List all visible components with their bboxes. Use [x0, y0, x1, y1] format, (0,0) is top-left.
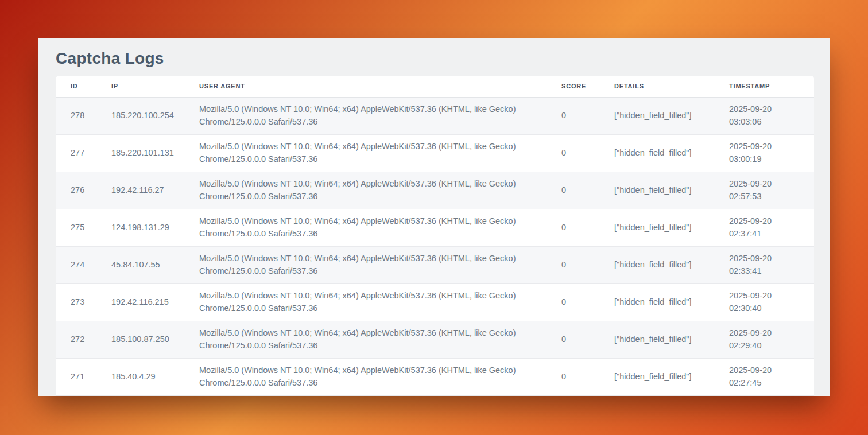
cell-details: ["hidden_field_filled"]	[614, 359, 729, 396]
cell-details: ["hidden_field_filled"]	[614, 98, 729, 135]
cell-timestamp: 2025-09-20 03:00:19	[729, 135, 814, 172]
cell-user-agent: Mozilla/5.0 (Windows NT 10.0; Win64; x64…	[199, 135, 561, 172]
cell-id: 272	[56, 321, 111, 359]
column-header-user-agent: USER AGENT	[199, 76, 561, 98]
table-row: 277 185.220.101.131 Mozilla/5.0 (Windows…	[56, 135, 814, 172]
cell-score: 0	[561, 321, 614, 359]
cell-user-agent: Mozilla/5.0 (Windows NT 10.0; Win64; x64…	[199, 321, 561, 359]
captcha-logs-table: ID IP USER AGENT SCORE DETAILS TIMESTAMP…	[56, 76, 814, 396]
cell-score: 0	[561, 209, 614, 247]
cell-id: 274	[56, 247, 111, 284]
cell-score: 0	[561, 172, 614, 209]
cell-score: 0	[561, 284, 614, 321]
cell-score: 0	[561, 247, 614, 284]
table-row: 278 185.220.100.254 Mozilla/5.0 (Windows…	[56, 98, 814, 135]
cell-ip: 192.42.116.27	[111, 172, 199, 209]
cell-ip: 124.198.131.29	[111, 209, 199, 247]
cell-details: ["hidden_field_filled"]	[614, 209, 729, 247]
table-header-row: ID IP USER AGENT SCORE DETAILS TIMESTAMP	[56, 76, 814, 98]
table-row: 272 185.100.87.250 Mozilla/5.0 (Windows …	[56, 321, 814, 359]
cell-timestamp: 2025-09-20 02:57:53	[729, 172, 814, 209]
cell-details: ["hidden_field_filled"]	[614, 284, 729, 321]
cell-ip: 185.220.100.254	[111, 98, 199, 135]
table-row: 274 45.84.107.55 Mozilla/5.0 (Windows NT…	[56, 247, 814, 284]
captcha-logs-card: Captcha Logs ID IP USER AGENT SCORE DETA…	[38, 38, 830, 396]
cell-timestamp: 2025-09-20 02:27:45	[729, 359, 814, 396]
cell-user-agent: Mozilla/5.0 (Windows NT 10.0; Win64; x64…	[199, 359, 561, 396]
cell-ip: 45.84.107.55	[111, 247, 199, 284]
table-row: 276 192.42.116.27 Mozilla/5.0 (Windows N…	[56, 172, 814, 209]
cell-ip: 185.100.87.250	[111, 321, 199, 359]
cell-timestamp: 2025-09-20 02:30:40	[729, 284, 814, 321]
table-row: 273 192.42.116.215 Mozilla/5.0 (Windows …	[56, 284, 814, 321]
cell-timestamp: 2025-09-20 02:29:40	[729, 321, 814, 359]
cell-id: 276	[56, 172, 111, 209]
cell-user-agent: Mozilla/5.0 (Windows NT 10.0; Win64; x64…	[199, 284, 561, 321]
cell-ip: 192.42.116.215	[111, 284, 199, 321]
cell-user-agent: Mozilla/5.0 (Windows NT 10.0; Win64; x64…	[199, 247, 561, 284]
cell-details: ["hidden_field_filled"]	[614, 321, 729, 359]
cell-timestamp: 2025-09-20 02:37:41	[729, 209, 814, 247]
cell-score: 0	[561, 135, 614, 172]
logs-table-body: 278 185.220.100.254 Mozilla/5.0 (Windows…	[56, 98, 814, 396]
cell-id: 273	[56, 284, 111, 321]
column-header-ip: IP	[111, 76, 199, 98]
cell-id: 278	[56, 98, 111, 135]
cell-details: ["hidden_field_filled"]	[614, 135, 729, 172]
cell-details: ["hidden_field_filled"]	[614, 172, 729, 209]
cell-score: 0	[561, 98, 614, 135]
cell-user-agent: Mozilla/5.0 (Windows NT 10.0; Win64; x64…	[199, 172, 561, 209]
cell-id: 275	[56, 209, 111, 247]
cell-id: 277	[56, 135, 111, 172]
cell-timestamp: 2025-09-20 03:03:06	[729, 98, 814, 135]
column-header-id: ID	[56, 76, 111, 98]
table-row: 275 124.198.131.29 Mozilla/5.0 (Windows …	[56, 209, 814, 247]
table-row: 271 185.40.4.29 Mozilla/5.0 (Windows NT …	[56, 359, 814, 396]
cell-user-agent: Mozilla/5.0 (Windows NT 10.0; Win64; x64…	[199, 209, 561, 247]
cell-user-agent: Mozilla/5.0 (Windows NT 10.0; Win64; x64…	[199, 98, 561, 135]
table-header: ID IP USER AGENT SCORE DETAILS TIMESTAMP	[56, 76, 814, 98]
cell-details: ["hidden_field_filled"]	[614, 247, 729, 284]
column-header-details: DETAILS	[614, 76, 729, 98]
cell-ip: 185.40.4.29	[111, 359, 199, 396]
logs-table-container: ID IP USER AGENT SCORE DETAILS TIMESTAMP…	[56, 76, 814, 396]
cell-score: 0	[561, 359, 614, 396]
cell-id: 271	[56, 359, 111, 396]
column-header-timestamp: TIMESTAMP	[729, 76, 814, 98]
column-header-score: SCORE	[561, 76, 614, 98]
cell-ip: 185.220.101.131	[111, 135, 199, 172]
page-title: Captcha Logs	[38, 38, 830, 76]
cell-timestamp: 2025-09-20 02:33:41	[729, 247, 814, 284]
